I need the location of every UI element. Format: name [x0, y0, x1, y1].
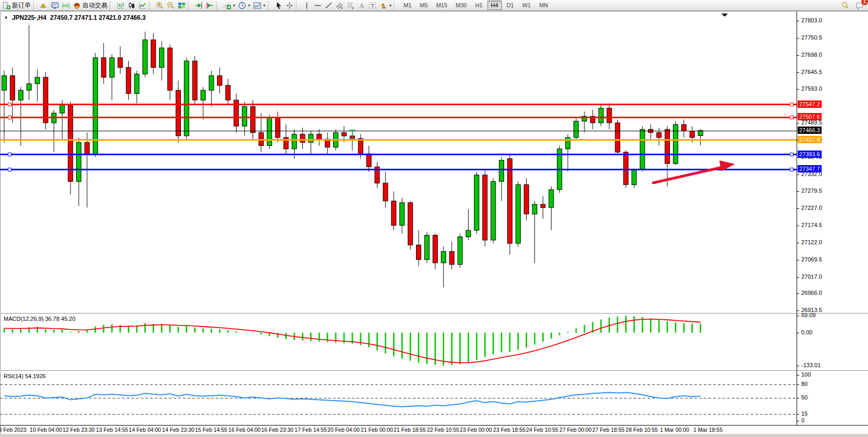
timeframe-h1-button[interactable]: H1: [471, 1, 486, 10]
signal-icon: [62, 2, 70, 9]
cursor-icon: [275, 2, 283, 9]
hline-handle[interactable]: [8, 168, 11, 171]
toolbar: 新订单自动交易▾▾▾EFAT▾M1M5M15M30H1H4D1W1MN1: [0, 0, 868, 11]
timeframe-d1-button[interactable]: D1: [503, 1, 518, 10]
timeframe-m30-button[interactable]: M30: [452, 1, 470, 10]
hline-handle[interactable]: [790, 103, 793, 106]
candle: [259, 133, 263, 146]
horizontal-line-button[interactable]: [312, 1, 323, 10]
vline-icon: [303, 2, 311, 9]
candle: [217, 76, 222, 85]
tile-windows-button[interactable]: [176, 1, 187, 10]
candle: [624, 152, 628, 185]
toolbar-separator: [296, 2, 300, 9]
textA-icon: A: [358, 2, 365, 9]
arrows-button[interactable]: ▾: [378, 1, 393, 10]
crosshair-button[interactable]: [284, 1, 295, 10]
zoom-out-button[interactable]: [165, 1, 176, 10]
rsi-axis-label: 0: [801, 417, 804, 423]
market-watch-button[interactable]: [39, 1, 50, 10]
candle: [541, 204, 545, 207]
hline-handle[interactable]: [790, 153, 793, 156]
timeframe-w1-button[interactable]: W1: [519, 1, 535, 10]
auto-scroll-button[interactable]: [193, 1, 204, 10]
equidistant-channel-button[interactable]: E: [334, 1, 345, 10]
time-axis-label: 17 Feb 14:55: [295, 427, 327, 433]
neworder-icon: [3, 2, 10, 9]
timeframe-mn-button[interactable]: MN: [535, 1, 552, 10]
time-axis-label: 12 Feb 23:30: [63, 427, 95, 433]
price-tag-27507.6: 27507.6: [798, 113, 822, 120]
hline-handle[interactable]: [8, 116, 11, 119]
indicators-button[interactable]: ▾: [222, 1, 237, 10]
svg-text:T: T: [371, 3, 374, 8]
chat-button[interactable]: 1: [854, 1, 865, 10]
candle: [341, 133, 346, 136]
chart-window[interactable]: ▼ JPN225-,H4 27450.7 27471.1 27421.0 274…: [0, 11, 868, 437]
candle: [10, 76, 15, 100]
trend-icon: [325, 2, 333, 9]
candle-chart-type-button[interactable]: [126, 1, 137, 10]
candle: [27, 84, 31, 91]
timeframe-m15-button[interactable]: M15: [433, 1, 451, 10]
chart-menu-triangle-icon[interactable]: ▼: [4, 15, 8, 20]
candle: [417, 245, 421, 259]
price-tick-label: 27593.0: [801, 85, 822, 92]
hline-handle[interactable]: [8, 103, 11, 106]
hline-handle[interactable]: [8, 153, 11, 156]
chart-ohlc-values: 27450.7 27471.1 27421.0 27466.3: [50, 14, 146, 21]
new-order-button-label: 新订单: [12, 1, 31, 10]
timeframe-m1-button[interactable]: M1: [400, 1, 415, 10]
svg-text:F: F: [352, 6, 354, 9]
auto-trading-button[interactable]: 自动交易: [71, 1, 109, 10]
text-label-button[interactable]: T: [367, 1, 378, 10]
caret-down-icon: ▾: [233, 3, 235, 8]
line-chart-type-button[interactable]: [137, 1, 148, 10]
candle: [160, 48, 164, 68]
text-button[interactable]: A: [356, 1, 367, 10]
signal-button[interactable]: [60, 1, 71, 10]
new-order-button[interactable]: 新订单: [1, 1, 32, 10]
chart-title: ▼ JPN225-,H4 27450.7 27471.1 27421.0 274…: [4, 14, 145, 21]
mt4-window: 新订单自动交易▾▾▾EFAT▾M1M5M15M30H1H4D1W1MN1 ▼ J…: [0, 0, 868, 437]
cursor-button[interactable]: [273, 1, 284, 10]
gold-icon: [40, 2, 48, 9]
periods-button[interactable]: ▾: [237, 1, 252, 10]
svg-text:E: E: [341, 6, 343, 9]
candle: [109, 58, 114, 78]
svg-text:A: A: [359, 2, 364, 9]
time-axis-label: 22 Feb 10:55: [427, 427, 459, 433]
price-tag-27466.3: 27466.3: [798, 127, 822, 134]
chart-shift-button[interactable]: [204, 1, 215, 10]
timeframe-m5-button[interactable]: M5: [416, 1, 431, 10]
price-tick-label: 27279.5: [801, 188, 822, 194]
time-axis-label: 1 Mar 00:00: [660, 427, 689, 433]
timeframe-h4-button[interactable]: H4: [487, 1, 502, 10]
candle: [101, 58, 106, 78]
vertical-line-button[interactable]: [301, 1, 312, 10]
bar-chart-type-button[interactable]: [115, 1, 126, 10]
hline-handle[interactable]: [790, 116, 793, 119]
candle: [184, 61, 189, 136]
hline-handle[interactable]: [790, 168, 793, 171]
charts-window-button[interactable]: [50, 1, 60, 10]
candle: [665, 129, 670, 164]
candle: [168, 48, 173, 90]
time-axis-label: 9 Feb 2023: [0, 427, 27, 433]
templates-button[interactable]: ▾: [252, 1, 267, 10]
trendline-button[interactable]: [323, 1, 334, 10]
candle: [251, 107, 255, 133]
time-axis-label: 28 Feb 10:55: [626, 427, 658, 433]
auto-trading-button-label: 自动交易: [82, 1, 107, 10]
toolbar-separator: [267, 2, 272, 9]
search-button[interactable]: [840, 1, 851, 10]
candle: [192, 61, 197, 100]
fibonacci-button[interactable]: F: [345, 1, 356, 10]
candle: [657, 133, 662, 138]
chartshift-icon: [206, 2, 214, 9]
price-tag-27547.2: 27547.2: [798, 101, 822, 108]
toolbar-separator: [109, 2, 114, 9]
magnifier-icon: [841, 2, 849, 9]
price-tick-label: 27803.0: [801, 17, 822, 23]
zoom-in-button[interactable]: [154, 1, 165, 10]
